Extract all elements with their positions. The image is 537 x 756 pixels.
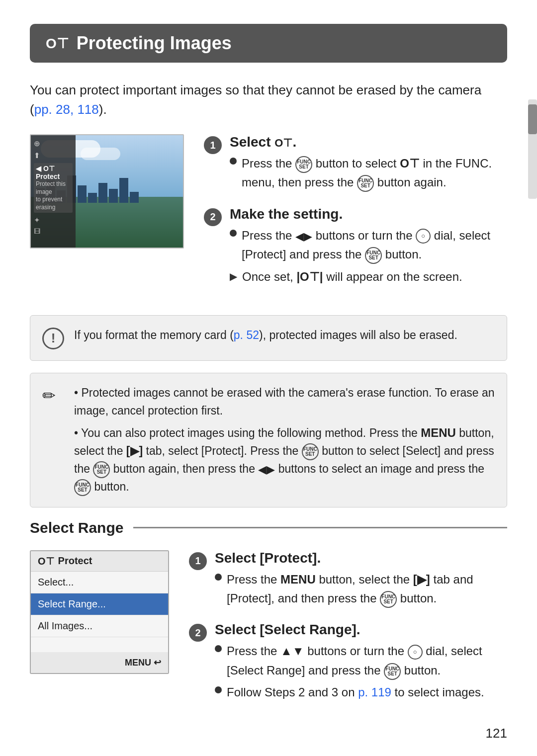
step1-body: Press the FUNCSET button to select O⊤ in…: [230, 154, 507, 192]
sr-step1-body: Press the MENU button, select the [▶] ta…: [215, 570, 507, 608]
scrollbar-track[interactable]: [528, 99, 537, 199]
page-title: Protecting Images: [77, 33, 232, 54]
lr-arrows-icon-2: ◀▶: [258, 463, 275, 476]
sr-step1-title: Select [Protect].: [215, 550, 507, 566]
sr-step2: 2 Select [Select Range]. Press the ▲▼ bu…: [189, 622, 507, 705]
menu-header: O⊤ Protect: [31, 551, 168, 572]
cam-icon-zoom: ⊕: [34, 139, 73, 148]
section1-row: ⊕ ⬆ ◀ O⊤ Protect Protect this imageto pr…: [30, 134, 507, 300]
notice2-line2: • You can also protect images using the …: [74, 423, 495, 496]
select-range-row: O⊤ Protect Select... Select Range... All…: [30, 550, 507, 716]
step2: 2 Make the setting. Press the ◀▶ buttons…: [204, 206, 507, 289]
ud-arrows-icon: ▲▼: [280, 644, 304, 658]
lr-arrows-icon: ◀▶: [295, 230, 312, 243]
menu-keyword: MENU: [421, 426, 456, 439]
step1-title: Select O⊤.: [230, 134, 507, 150]
step1-number: 1: [204, 136, 222, 154]
bullet-dot-3: [215, 574, 222, 581]
sr-step2-bullet2: Follow Steps 2 and 3 on p. 119 to select…: [215, 683, 507, 702]
bullet-dot-5: [215, 686, 222, 693]
warning-icon: !: [42, 328, 64, 349]
step2-title: Make the setting.: [230, 206, 507, 222]
func-btn-4: FUNCSET: [302, 443, 319, 460]
bullet-dot-2: [230, 230, 237, 237]
dial-icon-2: ○: [408, 645, 423, 660]
sr-step2-content: Select [Select Range]. Press the ▲▼ butt…: [215, 622, 507, 705]
func-btn-3: FUNCSET: [365, 247, 382, 264]
bullet-dot-4: [215, 645, 222, 652]
sr-step2-body: Press the ▲▼ buttons or turn the ○ dial,…: [215, 642, 507, 702]
notice1-link[interactable]: p. 52: [234, 329, 259, 341]
menu-keyword-2: MENU: [280, 573, 316, 586]
notice2-text: • Protected images cannot be erased with…: [74, 384, 495, 496]
sr-step2-title: Select [Select Range].: [215, 622, 507, 638]
func-btn-8: FUNCSET: [384, 663, 401, 680]
notice2-line1: • Protected images cannot be erased with…: [74, 384, 495, 420]
menu-item-all-images: All Images...: [31, 615, 168, 637]
select-range-title: Select Range: [30, 519, 133, 536]
func-btn-5: FUNCSET: [93, 461, 110, 478]
bullet-dot: [230, 158, 237, 165]
menu-item-select: Select...: [31, 572, 168, 593]
camera-overlay: ⊕ ⬆ ◀ O⊤ Protect Protect this imageto pr…: [31, 135, 76, 248]
protect-symbol: O⊤: [274, 137, 292, 150]
func-btn-1: FUNCSET: [295, 156, 312, 173]
step1: 1 Select O⊤. Press the FUNCSET button to…: [204, 134, 507, 195]
camera-screenshot: ⊕ ⬆ ◀ O⊤ Protect Protect this imageto pr…: [30, 134, 184, 249]
step1-content: Select O⊤. Press the FUNCSET button to s…: [230, 134, 507, 195]
sr-step2-bullet2-text: Follow Steps 2 and 3 on p. 119 to select…: [227, 683, 484, 702]
step-link[interactable]: p. 119: [358, 685, 391, 699]
intro-paragraph: You can protect important images so that…: [30, 81, 507, 119]
protect-header-icon: O⊤: [46, 35, 69, 52]
func-btn-7: FUNCSET: [380, 591, 397, 608]
arrow-icon: ▶: [230, 268, 237, 284]
dial-icon-1: ○: [416, 229, 431, 244]
sr-step2-bullet1-text: Press the ▲▼ buttons or turn the ○ dial,…: [227, 642, 507, 680]
step2-bullet2: ▶ Once set, |O⊤| will appear on the scre…: [230, 267, 507, 286]
select-range-steps: 1 Select [Protect]. Press the MENU butto…: [189, 550, 507, 716]
menu-screenshot: O⊤ Protect Select... Select Range... All…: [30, 550, 169, 674]
step2-bullet1: Press the ◀▶ buttons or turn the ○ dial,…: [230, 226, 507, 264]
sr-step1-number: 1: [189, 552, 207, 570]
sr-step1-bullet1-text: Press the MENU button, select the [▶] ta…: [227, 570, 507, 608]
notice-box-1: ! If you format the memory card (p. 52),…: [30, 315, 507, 361]
step2-body: Press the ◀▶ buttons or turn the ○ dial,…: [230, 226, 507, 286]
notice1-text: If you format the memory card (p. 52), p…: [74, 327, 457, 344]
sr-step1: 1 Select [Protect]. Press the MENU butto…: [189, 550, 507, 611]
steps-container: 1 Select O⊤. Press the FUNCSET button to…: [204, 134, 507, 300]
cam-icon-transfer: ⬆: [34, 151, 73, 160]
menu-protect-icon: O⊤: [38, 555, 54, 567]
cam-protect-row: ◀ O⊤ Protect Protect this imageto preven…: [34, 163, 73, 213]
sr-step1-content: Select [Protect]. Press the MENU button,…: [215, 550, 507, 611]
sr-step2-bullet1: Press the ▲▼ buttons or turn the ○ dial,…: [215, 642, 507, 680]
step2-bullet2-text: Once set, |O⊤| will appear on the screen…: [242, 267, 462, 286]
sr-step1-bullet1: Press the MENU button, select the [▶] ta…: [215, 570, 507, 608]
select-range-section: Select Range O⊤ Protect Select... Select…: [30, 519, 507, 716]
cam-icon-star: ✦: [34, 216, 73, 225]
pencil-icon: ✏: [42, 384, 64, 405]
page-header: O⊤ Protecting Images: [30, 24, 507, 63]
scrollbar-thumb[interactable]: [528, 104, 537, 134]
select-range-header: Select Range: [30, 519, 507, 536]
sr-step2-number: 2: [189, 624, 207, 642]
intro-link[interactable]: pp. 28, 118: [34, 102, 99, 117]
page-number: 121: [486, 726, 507, 741]
func-btn-2: FUNCSET: [357, 175, 374, 192]
notice-box-2: ✏ • Protected images cannot be erased wi…: [30, 373, 507, 507]
menu-protect-label: Protect: [58, 555, 92, 567]
select-range-divider: [133, 527, 507, 528]
step1-bullet1: Press the FUNCSET button to select O⊤ in…: [230, 154, 507, 192]
func-btn-6: FUNCSET: [74, 479, 91, 496]
menu-item-select-range: Select Range...: [31, 593, 168, 615]
step2-number: 2: [204, 208, 222, 226]
step2-bullet1-text: Press the ◀▶ buttons or turn the ○ dial,…: [242, 226, 507, 264]
menu-footer: MENU ↩: [31, 652, 168, 673]
step2-content: Make the setting. Press the ◀▶ buttons o…: [230, 206, 507, 289]
step1-bullet1-text: Press the FUNCSET button to select O⊤ in…: [242, 154, 507, 192]
cam-icon-film: 🎞: [34, 228, 73, 235]
